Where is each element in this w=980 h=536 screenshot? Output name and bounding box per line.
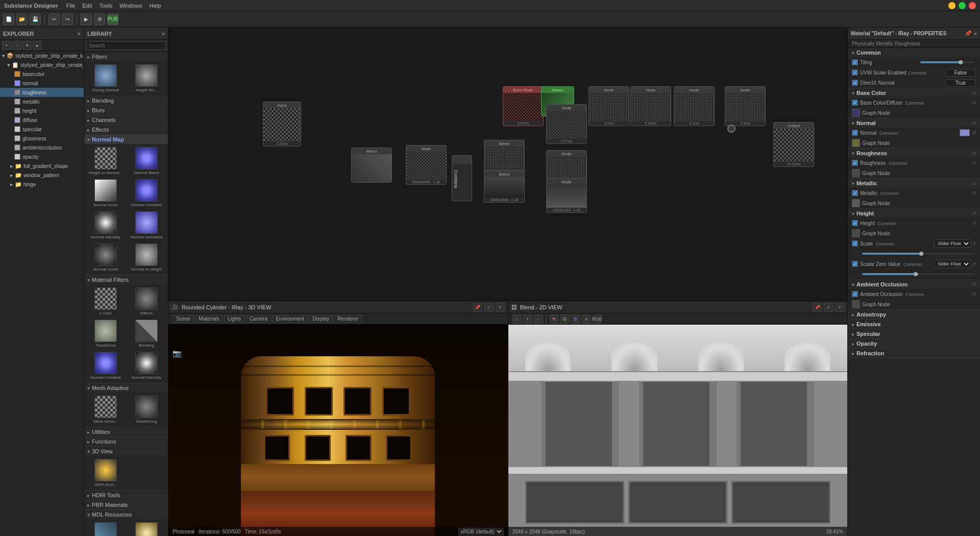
close-button[interactable]	[969, 2, 976, 9]
toolbar-undo-btn[interactable]: ↩	[48, 14, 60, 25]
lib-item-normal-sobel[interactable]: Normal Sobel	[86, 242, 125, 273]
prop-scalar-zero-dropdown[interactable]: Slider Float	[934, 260, 971, 268]
lib-item-normal-blend[interactable]: Normal Blend	[127, 146, 166, 176]
lib-item-hdri-env[interactable]: HDRI Envi...	[86, 458, 125, 488]
viewport-2d-content[interactable]: 2048 x 2048 (Grayscale, 16bpc) 38.41%	[508, 325, 848, 536]
graph-canvas[interactable]: Input 3.21ms Blend Node 2048x2048 - 1.18	[168, 28, 847, 301]
prop-scale-reset[interactable]: ↺	[972, 241, 976, 247]
explorer-new-btn[interactable]: +	[2, 41, 11, 50]
roughness-reset-btn[interactable]: ↺	[972, 151, 976, 156]
menu-windows[interactable]: Windows	[119, 3, 142, 9]
lib-cat-blending-header[interactable]: ▸ Blending	[84, 96, 168, 105]
explorer-sub-file[interactable]: ▾ 📋 stylized_pirate_ship_ornate_...	[0, 60, 84, 69]
lib-cat-channels-header[interactable]: ▸ Channels	[84, 115, 168, 125]
properties-close-btn[interactable]: ×	[974, 31, 977, 37]
graph-node-source[interactable]: Input 3.21ms	[263, 102, 301, 147]
prop-section-ao-header[interactable]: ▾ Ambient Occlusion ↺	[848, 280, 980, 289]
graph-node-center-2[interactable]: Blend 2048x2048 - 1.18	[484, 170, 525, 203]
lib-item-1click[interactable]: 1-Click	[86, 286, 125, 316]
graph-node-far-right[interactable]: Node 3.1ms	[725, 86, 766, 126]
menu-file[interactable]: File	[66, 3, 76, 9]
graph-node-mid-3[interactable]: Node 1024x1024 - 1.18	[546, 178, 587, 213]
explorer-delete-btn[interactable]: -	[12, 41, 21, 50]
minimize-button[interactable]	[948, 2, 955, 9]
viewport-2d-g-btn[interactable]: G	[560, 314, 570, 324]
ao-reset-btn[interactable]: ↺	[972, 282, 976, 287]
prop-uvw-checkbox[interactable]: ✓	[852, 69, 858, 76]
prop-scale-dropdown[interactable]: Slider Float	[934, 239, 971, 248]
lib-cat-filters-header[interactable]: ▸ Filters	[84, 52, 168, 61]
graph-node-connector[interactable]	[727, 125, 736, 133]
explorer-basecolor[interactable]: basecolor	[0, 69, 84, 79]
prop-basecolor-checkbox[interactable]: ✓	[852, 100, 858, 106]
toolbar-redo-btn[interactable]: ↪	[62, 14, 73, 25]
prop-basecolor-reset[interactable]: ↺	[972, 100, 976, 106]
prop-normal-reset[interactable]: ↺	[972, 130, 976, 136]
normal-reset-btn[interactable]: ↺	[972, 120, 976, 126]
prop-directx-checkbox[interactable]: ✓	[852, 80, 858, 86]
lib-item-normal-invert[interactable]: Normal Invert	[86, 178, 125, 208]
lib-item-normal-normalize[interactable]: Normal normalize	[127, 210, 166, 240]
graph-node-mid-1[interactable]: Node 3.57ms	[546, 104, 587, 144]
tab-lights[interactable]: Lights	[224, 315, 245, 323]
toolbar-open-btn[interactable]: 📂	[16, 14, 28, 25]
prop-ao-checkbox[interactable]: ✓	[852, 291, 858, 297]
prop-section-height-header[interactable]: ▾ Height ↺	[848, 209, 980, 218]
prop-section-anisotropy-header[interactable]: ▸ Anisotropy	[848, 310, 980, 319]
prop-roughness-checkbox[interactable]: ✓	[852, 160, 858, 166]
prop-section-common-header[interactable]: ▾ Common	[848, 48, 980, 57]
explorer-expand-btn[interactable]: ▾	[22, 41, 32, 50]
graph-node-combine[interactable]: Combine	[452, 155, 472, 201]
lib-cat-3dview-header[interactable]: ▾ 3D View	[84, 447, 168, 456]
prop-section-specular-header[interactable]: ▸ Specular	[848, 329, 980, 338]
tab-scene[interactable]: Scene	[173, 315, 194, 323]
viewport-2d-zoom-in-btn[interactable]: +	[523, 314, 532, 324]
explorer-collapse-btn[interactable]: ▸	[33, 41, 42, 50]
prop-tiling-slider[interactable]	[920, 61, 974, 63]
lib-cat-functions-header[interactable]: ▸ Functions	[84, 437, 168, 446]
lib-item-weathering[interactable]: Weathering	[127, 395, 166, 425]
viewport-3d-pin-btn[interactable]: 📌	[473, 303, 482, 312]
library-close-btn[interactable]: ×	[162, 31, 165, 37]
prop-scalar-zero-reset[interactable]: ↺	[972, 261, 976, 267]
prop-section-emissive-header[interactable]: ▸ Emissive	[848, 320, 980, 329]
viewport-2d-a-btn[interactable]: A	[582, 314, 591, 324]
viewport-3d-expand-btn[interactable]: ⤢	[484, 303, 494, 312]
prop-height-reset[interactable]: ↺	[972, 221, 976, 226]
viewport-2d-b-btn[interactable]: B	[571, 314, 580, 324]
tab-materials[interactable]: Materials	[195, 315, 223, 323]
toolbar-save-btn[interactable]: 💾	[30, 14, 41, 25]
explorer-gradient-group[interactable]: ▸ 📁 full_gradient_shape	[0, 161, 84, 170]
explorer-diffuse[interactable]: diffuse	[0, 115, 84, 125]
prop-scalar-zero-checkbox[interactable]: ✓	[852, 261, 858, 267]
explorer-window-group[interactable]: ▸ 📁 window_pattern	[0, 170, 84, 180]
properties-pin-btn[interactable]: 📌	[965, 30, 972, 37]
toolbar-render-btn[interactable]: ▶	[81, 14, 92, 25]
prop-section-basecolor-header[interactable]: ▾ Base Color ↺	[848, 88, 980, 98]
prop-metallic-checkbox[interactable]: ✓	[852, 190, 858, 196]
library-search-input[interactable]	[86, 41, 166, 50]
explorer-height[interactable]: height	[0, 106, 84, 115]
explorer-hinge-group[interactable]: ▸ 📁 hinge	[0, 180, 84, 189]
explorer-roughness[interactable]: roughness	[0, 88, 84, 97]
maximize-button[interactable]	[959, 2, 966, 9]
lib-cat-mdlresources-header[interactable]: ▾ MDL Resources	[84, 510, 168, 519]
graph-node-upper-1[interactable]: Node 3.1ms	[589, 86, 629, 126]
prop-section-roughness-header[interactable]: ▾ Roughness ↺	[848, 149, 980, 158]
prop-section-metallic-header[interactable]: ▾ Metallic ↺	[848, 179, 980, 188]
lib-cat-blurs-header[interactable]: ▸ Blurs	[84, 106, 168, 115]
graph-node-large-1[interactable]: Node 2048x2048 - 1.18	[406, 145, 447, 185]
lib-item-mat-effects[interactable]: Effects	[127, 286, 166, 316]
prop-tiling-checkbox[interactable]: ✓	[852, 59, 858, 65]
explorer-normal[interactable]: normal	[0, 79, 84, 88]
graph-node-output[interactable]: Output 10.31ms	[773, 122, 814, 167]
menu-help[interactable]: Help	[150, 3, 161, 9]
toolbar-publish-btn[interactable]: PUB	[107, 14, 118, 25]
metallic-reset-btn[interactable]: ↺	[972, 181, 976, 186]
lib-item-height-to-normal[interactable]: Height to Normal...	[86, 146, 125, 176]
prop-metallic-reset[interactable]: ↺	[972, 190, 976, 196]
explorer-opacity[interactable]: opacity	[0, 152, 84, 161]
lib-cat-matfilters-header[interactable]: ▾ Material Filters	[84, 275, 168, 284]
lib-item-mat-blending[interactable]: Blending	[127, 319, 166, 349]
tab-display[interactable]: Display	[309, 315, 333, 323]
